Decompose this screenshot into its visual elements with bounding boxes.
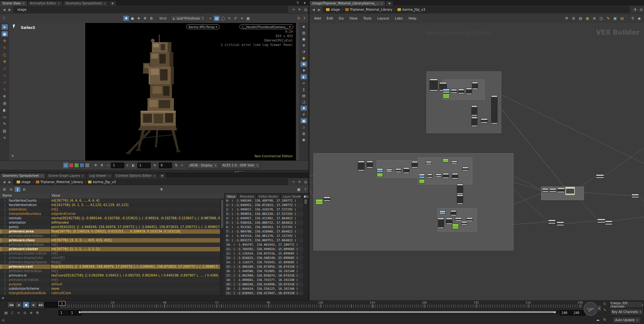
viewport-lock-icon[interactable]: ▣ bbox=[301, 36, 307, 42]
geometry-icon[interactable]: ◇ bbox=[301, 125, 307, 130]
render-region-icon[interactable]: ◐ bbox=[2, 107, 8, 113]
construction-plane-icon[interactable]: ❀ bbox=[2, 93, 8, 99]
help-icon[interactable]: ? bbox=[303, 187, 308, 192]
network-node[interactable] bbox=[404, 168, 409, 173]
playback-options-icon[interactable]: ⚙ bbox=[35, 310, 40, 315]
realtime-toggle-icon[interactable]: ⊙ bbox=[22, 310, 28, 315]
network-node[interactable] bbox=[557, 222, 564, 226]
point-value-row[interactable]: 4: ( -2.049957, 156.421982, 17.864822 ) bbox=[225, 216, 303, 221]
network-node[interactable] bbox=[412, 161, 418, 168]
network-node[interactable] bbox=[472, 82, 478, 89]
tab-close-icon[interactable]: × bbox=[108, 174, 111, 177]
network-node[interactable] bbox=[457, 195, 463, 204]
stereo-glasses-icon[interactable]: ∞ bbox=[301, 81, 307, 86]
secure-selection-icon[interactable]: ▣ bbox=[2, 31, 8, 36]
scale-tool-icon[interactable]: ◱ bbox=[2, 52, 8, 57]
point-value-row[interactable]: 5: ( -1.938416, 156.880722, 17.864822 ) bbox=[225, 221, 303, 225]
stop-button[interactable]: ■ bbox=[23, 302, 30, 308]
nav-back-icon[interactable]: ◀ bbox=[2, 7, 6, 12]
keys-count-button[interactable]: 0 keys, 0/0 channels ▴ bbox=[610, 301, 643, 308]
table-row[interactable]: ├primvars:cluster:indicesint[] bbox=[0, 251, 224, 256]
network-node[interactable] bbox=[446, 218, 452, 224]
tab-scene-view[interactable]: Scene View× bbox=[0, 1, 27, 6]
motion-path-icon[interactable]: ∿ bbox=[16, 310, 21, 315]
tools-icon[interactable]: ⚒ bbox=[564, 16, 569, 21]
network-node[interactable] bbox=[358, 161, 364, 171]
point-value-row[interactable]: 10: ( -1.994797, 156.881943, 17.209772 ) bbox=[225, 243, 303, 247]
network-node[interactable] bbox=[316, 199, 323, 204]
gamma-field[interactable]: 1 bbox=[137, 163, 151, 168]
grid-icon[interactable]: ⊞ bbox=[591, 16, 597, 21]
tab-animation-editor[interactable]: Animation Editor× bbox=[27, 1, 63, 6]
lighting-icon[interactable]: ✺ bbox=[301, 62, 307, 67]
table-row[interactable]: ├faceVertexCountsint[39776]: [4, 4, 4, .… bbox=[0, 198, 224, 203]
network-node[interactable] bbox=[596, 175, 604, 178]
table-row[interactable]: ├primvars:area:indicesint[] bbox=[0, 234, 224, 238]
box-select-icon[interactable]: ▧ bbox=[214, 16, 219, 21]
network-node[interactable] bbox=[443, 173, 449, 178]
help-icon[interactable]: ? bbox=[302, 16, 307, 21]
point-value-row[interactable]: 20: ( -2.044434, 156.550125, 18.192348 ) bbox=[225, 287, 303, 291]
network-canvas[interactable]: Non-Commercial Edition VEX Builder bbox=[309, 23, 644, 300]
filter-funnel-icon[interactable]: ▼ bbox=[159, 187, 164, 192]
point-value-row[interactable]: 16: ( -1.940506, 156.762085, 18.192348 ) bbox=[225, 269, 303, 273]
nav-back-icon[interactable]: ◀ bbox=[2, 180, 6, 184]
menu-labs[interactable]: Labs bbox=[392, 16, 406, 20]
point-value-row[interactable]: 7: ( -2.004700, 156.410980, 17.864822 ) bbox=[225, 229, 303, 234]
node-layout-icon[interactable]: ◫ bbox=[598, 16, 604, 21]
delete-tool-icon[interactable]: ✕ bbox=[2, 135, 8, 140]
tick-marks-icon[interactable]: ≋ bbox=[28, 310, 34, 315]
table-row[interactable]: ├primvars:class:indicesint[] bbox=[0, 243, 224, 247]
network-node[interactable] bbox=[443, 159, 448, 162]
network-path-field[interactable]: stage›Triplanar_Material_Library›karma_J… bbox=[323, 6, 630, 13]
camera-view-icon[interactable]: ▣ bbox=[301, 118, 307, 123]
network-node[interactable] bbox=[458, 89, 464, 94]
name-column-header[interactable]: Name bbox=[3, 194, 12, 197]
table-row[interactable]: ├pointspoint3f[42202]: [( -1.948349, 156… bbox=[0, 225, 224, 229]
memory-brain-icon[interactable]: ☁ bbox=[595, 317, 601, 322]
no-snap-icon[interactable]: ✗ bbox=[301, 112, 307, 117]
table-row[interactable]: ├primvars:sttexCoord2f[162758]: [( 0.092… bbox=[0, 273, 224, 278]
point-value-row[interactable]: 3: ( -1.989853, 156.882339, 17.537292 ) bbox=[225, 212, 303, 216]
network-node[interactable] bbox=[396, 169, 401, 172]
snap-grid-magnet-icon[interactable]: ∩ bbox=[2, 66, 8, 71]
recook-icon[interactable]: ↻ bbox=[602, 317, 608, 322]
network-node[interactable] bbox=[367, 161, 373, 168]
column-mode-icon[interactable]: ∥ bbox=[15, 187, 20, 192]
breadcrumb-item-karma_jsp_v3[interactable]: karma_JSp_v3 bbox=[396, 8, 426, 11]
network-node[interactable] bbox=[443, 89, 449, 93]
network-node[interactable] bbox=[455, 218, 462, 221]
pin-pane-icon[interactable]: ✳ bbox=[297, 179, 302, 184]
tab-close-icon[interactable]: × bbox=[58, 2, 60, 5]
exposure-field[interactable]: 1 bbox=[111, 163, 124, 168]
network-node[interactable] bbox=[438, 218, 444, 228]
table-row[interactable]: ├primvars:displayColorcolor3f[] bbox=[0, 256, 224, 260]
background-image-icon[interactable]: ▣ bbox=[612, 16, 618, 21]
tabs-scroll-left-icon[interactable]: − bbox=[297, 194, 302, 199]
image-planes-icon[interactable]: ▥ bbox=[301, 30, 307, 35]
pane-options-icon[interactable]: ◎ bbox=[303, 179, 308, 184]
spreadsheet-path-field[interactable]: stage›Triplanar_Material_Library›karma_J… bbox=[13, 179, 288, 185]
network-node[interactable] bbox=[430, 79, 437, 91]
scrollbar-thumb[interactable] bbox=[304, 199, 307, 204]
breadcrumb-item-karma_jsp_v3[interactable]: karma_JSp_v3 bbox=[87, 180, 117, 184]
table-row[interactable]: ├primvars:restfloat3[42202]: [( -1.94834… bbox=[0, 265, 224, 269]
point-value-row[interactable]: 9: ( -1.893173, 156.869751, 17.864822 ) bbox=[225, 238, 303, 243]
performance-icon[interactable]: ◎ bbox=[638, 7, 644, 12]
select-wand-icon[interactable]: ✦ bbox=[239, 16, 245, 21]
nav-back-icon[interactable]: ◀ bbox=[311, 7, 316, 12]
tab-context-options-editor[interactable]: Context Options Editor× bbox=[113, 173, 158, 178]
values-tab-editor-nodes[interactable]: Editor Nodes bbox=[257, 194, 280, 198]
display-channel-swatch[interactable] bbox=[64, 163, 68, 168]
network-node[interactable] bbox=[472, 117, 477, 126]
display-view-dropdown[interactable]: ACES 1.0 - SDR Vide ⇕ bbox=[220, 162, 261, 169]
notes-tool-icon[interactable]: ✎ bbox=[2, 121, 8, 126]
range-end-handle[interactable]: ◀ bbox=[553, 310, 556, 314]
new-tab-button[interactable]: + bbox=[109, 1, 116, 6]
point-value-row[interactable]: 11: ( -1.784592, 156.499924, 15.899685 ) bbox=[225, 247, 303, 251]
play-reverse-button[interactable]: ◀ bbox=[15, 302, 22, 308]
point-value-row[interactable]: 6: ( -1.953262, 156.409363, 17.537292 ) bbox=[225, 225, 303, 229]
tree-view-icon[interactable]: ≣ bbox=[571, 16, 576, 21]
show-handles-icon[interactable]: ✱ bbox=[123, 16, 129, 21]
headlight-icon[interactable]: ⊗ bbox=[301, 43, 307, 48]
